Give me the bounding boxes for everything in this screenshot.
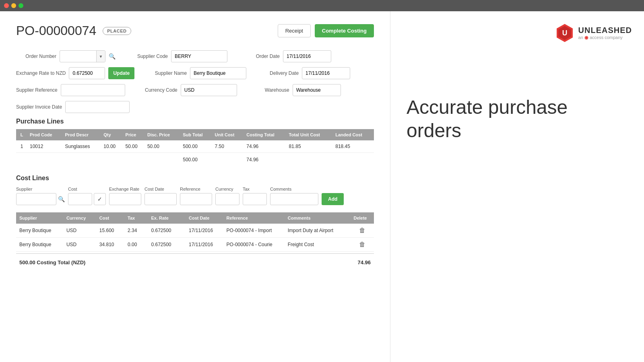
cost-supplier-input[interactable] (16, 193, 56, 205)
maximize-dot[interactable] (19, 3, 23, 8)
cost-reference-label: Reference (180, 187, 212, 191)
cost-exchange-rate-input[interactable] (109, 193, 141, 205)
supplier-reference-input[interactable] (61, 84, 125, 96)
header-buttons: Receipt Complete Costing (278, 24, 374, 37)
warehouse-input[interactable]: Warehouse (293, 84, 341, 96)
col-prod-descr: Prod Descr (62, 129, 101, 140)
exchange-rate-row: Exchange Rate to NZD 0.672500 Update (16, 67, 134, 79)
table-row: 1 10012 Sunglasses 10.00 50.00 50.00 500… (16, 140, 374, 153)
order-number-row: Order Number ▼ 🔍 (16, 50, 116, 62)
cost-currency-field: Currency (215, 187, 239, 205)
purchase-lines-table: L Prod Code Prod Descr Qty Price Disc. P… (16, 129, 374, 167)
cost-col-comments: Comments (285, 212, 351, 224)
col-costing-total: Costing Total (244, 129, 286, 140)
warehouse-label: Warehouse (249, 87, 289, 93)
col-sub-total: Sub Total (180, 129, 212, 140)
tagline-line2: orders (407, 119, 628, 142)
supplier-invoice-date-row: Supplier Invoice Date (16, 101, 130, 113)
logo-hexagon-icon: U (555, 23, 574, 43)
cost-currency-label: Currency (215, 187, 239, 191)
cost-col-tax: Tax (124, 212, 148, 224)
supplier-name-input[interactable]: Berry Boutique (190, 67, 246, 79)
cost-comments-label: Comments (270, 187, 318, 191)
cost-col-costdate: Cost Date (186, 212, 223, 224)
cost-comments-field: Comments (270, 187, 318, 205)
cost-reference-input[interactable] (180, 193, 212, 205)
cost-currency-input[interactable] (215, 193, 239, 205)
list-item: Berry Boutique USD 15.600 2.34 0.672500 … (16, 224, 374, 238)
order-number-dropdown-arrow[interactable]: ▼ (96, 51, 105, 62)
delete-cost-button[interactable]: 🗑 (359, 227, 365, 234)
order-number-input[interactable] (60, 53, 96, 59)
cost-date-input[interactable] (144, 193, 177, 205)
cost-supplier-search-button[interactable]: 🔍 (58, 196, 65, 202)
cost-supplier-label: Supplier (16, 187, 65, 191)
update-button[interactable]: Update (108, 67, 134, 79)
minimize-dot[interactable] (11, 3, 16, 8)
cost-cost-input[interactable] (68, 193, 92, 205)
supplier-code-label: Supplier Code (128, 53, 168, 59)
page-header: PO-00000074 PLACED Receipt Complete Cost… (16, 23, 374, 38)
logo-text: UNLEASHED an ◉ access company (578, 26, 632, 40)
supplier-name-label: Supplier Name (147, 70, 187, 76)
warehouse-row: Warehouse Warehouse (249, 84, 341, 96)
cost-tax-field: Tax (243, 187, 267, 205)
supplier-reference-row: Supplier Reference (16, 84, 125, 96)
close-dot[interactable] (4, 3, 9, 8)
currency-code-input[interactable]: USD (181, 84, 237, 96)
cost-col-supplier: Supplier (16, 212, 63, 224)
delivery-date-input[interactable]: 17/11/2016 (302, 67, 350, 79)
cost-col-reference: Reference (223, 212, 285, 224)
costing-footer: 500.00 Costing Total (NZD) 74.96 (16, 253, 374, 271)
col-landed-cost: Landed Cost (333, 129, 374, 140)
supplier-code-input[interactable]: BERRY (171, 50, 227, 62)
exchange-rate-input[interactable]: 0.672500 (69, 67, 105, 79)
supplier-code-row: Supplier Code BERRY (128, 50, 227, 62)
tagline-line1: Accurate purchase (407, 96, 628, 119)
cost-cost-field: Cost ✓ (68, 187, 106, 205)
cost-supplier-field: Supplier 🔍 (16, 187, 65, 205)
total-costing-total: 74.96 (244, 153, 286, 167)
title-bar (0, 0, 644, 11)
col-unit-cost: Unit Cost (213, 129, 244, 140)
tagline: Accurate purchase orders (407, 96, 628, 142)
logo-access-text: an ◉ access company (578, 35, 632, 40)
cost-col-exrate: Ex. Rate (148, 212, 186, 224)
logo-unleashed-text: UNLEASHED (578, 26, 632, 35)
left-panel: PO-00000074 PLACED Receipt Complete Cost… (0, 11, 390, 362)
complete-costing-button[interactable]: Complete Costing (315, 24, 374, 37)
supplier-reference-label: Supplier Reference (16, 87, 58, 93)
cost-tax-input[interactable] (243, 193, 267, 205)
exchange-rate-label: Exchange Rate to NZD (16, 70, 66, 76)
delivery-date-row: Delivery Date 17/11/2016 (258, 67, 350, 79)
cost-col-cost: Cost (96, 212, 124, 224)
cost-lines-section: Cost Lines Supplier 🔍 Cost (16, 175, 374, 271)
costing-total-label: 500.00 Costing Total (NZD) (19, 259, 85, 265)
status-badge: PLACED (103, 27, 131, 35)
order-search-button[interactable]: 🔍 (109, 53, 116, 60)
col-total-unit-cost: Total Unit Cost (287, 129, 333, 140)
purchase-totals-row: 500.00 74.96 (16, 153, 374, 167)
col-prod-code: Prod Code (27, 129, 62, 140)
list-item: Berry Boutique USD 34.810 0.00 0.672500 … (16, 238, 374, 252)
cost-lines-form: Supplier 🔍 Cost ✓ Exc (16, 187, 374, 205)
cost-col-currency: Currency (63, 212, 96, 224)
delete-cost-button[interactable]: 🗑 (359, 241, 365, 248)
svg-text:U: U (562, 29, 567, 37)
supplier-invoice-date-input[interactable] (65, 101, 130, 113)
page-header-left: PO-00000074 PLACED (16, 23, 131, 38)
col-price: Price (123, 129, 145, 140)
purchase-lines-section: Purchase Lines L Prod Code Prod Descr Qt… (16, 118, 374, 167)
receipt-button[interactable]: Receipt (278, 24, 311, 37)
right-panel: U UNLEASHED an ◉ access company Accurate… (390, 11, 644, 362)
order-number-input-wrap[interactable]: ▼ (60, 50, 105, 62)
cost-date-label: Cost Date (144, 187, 177, 191)
delivery-date-label: Delivery Date (258, 70, 299, 76)
purchase-lines-title: Purchase Lines (16, 118, 374, 125)
costing-total-value: 74.96 (357, 259, 371, 265)
cost-taxable-check[interactable]: ✓ (94, 193, 106, 205)
page-title: PO-00000074 (16, 23, 96, 38)
order-date-input[interactable]: 17/11/2016 (283, 50, 331, 62)
cost-comments-input[interactable] (270, 193, 318, 205)
add-cost-button[interactable]: Add (322, 193, 344, 205)
